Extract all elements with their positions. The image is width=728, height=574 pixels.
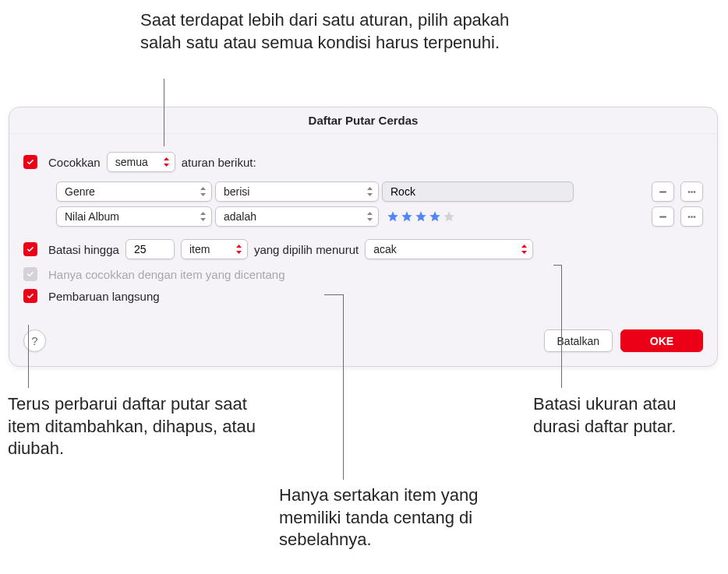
limit-value-text[interactable]: [133, 242, 168, 256]
remove-rule-button[interactable]: [652, 206, 674, 227]
rule-operator-select[interactable]: berisi: [215, 181, 379, 202]
rule-value-input[interactable]: [382, 181, 574, 202]
rule-more-button[interactable]: [680, 206, 703, 227]
ellipsis-icon: [687, 212, 697, 222]
chevron-updown-icon: [235, 245, 242, 254]
live-update-label: Pembaruan langsung: [48, 290, 160, 303]
annotation-mid: Hanya sertakan item yang memiliki tanda …: [279, 484, 528, 551]
limit-unit-value: item: [189, 243, 210, 255]
rule-row: Genre berisi: [56, 181, 703, 202]
limit-unit-select[interactable]: item: [181, 239, 248, 259]
match-suffix: aturan berikut:: [182, 156, 256, 169]
rule-value-text[interactable]: [389, 185, 567, 199]
limit-selected-by-value: acak: [373, 243, 397, 255]
rule-operator-value: berisi: [224, 185, 249, 198]
svg-point-6: [691, 216, 693, 218]
only-checked-label: Hanya cocokkan dengan item yang dicentan…: [48, 268, 285, 281]
callout-line-top: [164, 79, 164, 146]
match-checkbox[interactable]: [23, 155, 37, 169]
rule-field-value: Nilai Album: [65, 210, 119, 223]
callout-line-left: [28, 325, 29, 388]
svg-point-1: [688, 191, 691, 193]
star-icon: [429, 210, 441, 223]
svg-point-2: [691, 191, 693, 193]
cancel-button[interactable]: Batalkan: [544, 329, 613, 352]
rule-row: Nilai Album adalah: [56, 206, 703, 227]
minus-icon: [658, 212, 668, 222]
rule-operator-select[interactable]: adalah: [215, 206, 379, 227]
rule-field-select[interactable]: Genre: [56, 181, 212, 202]
rule-more-button[interactable]: [680, 181, 703, 202]
dialog-footer: ? Batalkan OKE: [23, 329, 703, 352]
limit-selected-by-select[interactable]: acak: [365, 239, 533, 259]
dialog-title: Daftar Putar Cerdas: [9, 107, 717, 134]
star-icon: [401, 210, 413, 223]
ok-button[interactable]: OKE: [620, 329, 703, 352]
svg-point-3: [694, 191, 696, 193]
callout-line-right-v: [561, 265, 562, 388]
chevron-updown-icon: [163, 157, 170, 167]
callout-line-right-h: [553, 265, 561, 266]
svg-point-5: [688, 216, 691, 218]
limit-row: Batasi hingga item yang dipilih menurut …: [23, 239, 703, 259]
limit-selected-by-label: yang dipilih menurut: [254, 243, 359, 256]
svg-rect-0: [659, 191, 666, 192]
live-update-checkbox[interactable]: [23, 289, 37, 303]
callout-line-mid-h: [324, 294, 343, 295]
limit-label: Batasi hingga: [48, 243, 119, 256]
match-mode-value: semua: [115, 156, 148, 168]
annotation-left: Terus perbarui daftar putar saat item di…: [8, 393, 257, 460]
match-label: Cocokkan: [48, 156, 101, 169]
chevron-updown-icon: [521, 245, 528, 254]
chevron-updown-icon: [366, 212, 373, 221]
minus-icon: [658, 187, 668, 197]
chevron-updown-icon: [200, 212, 207, 221]
star-icon: [387, 210, 399, 223]
rule-value-stars[interactable]: [387, 210, 455, 223]
rule-field-value: Genre: [65, 185, 95, 198]
svg-rect-4: [659, 216, 666, 217]
limit-value-input[interactable]: [125, 239, 175, 259]
match-mode-select[interactable]: semua: [107, 152, 175, 172]
star-off-icon: [443, 210, 455, 223]
help-button[interactable]: ?: [23, 329, 46, 352]
live-update-row: Pembaruan langsung: [23, 289, 703, 303]
annotation-top: Saat terdapat lebih dari satu aturan, pi…: [140, 9, 514, 54]
only-checked-row: Hanya cocokkan dengan item yang dicentan…: [23, 267, 703, 281]
rule-field-select[interactable]: Nilai Album: [56, 206, 212, 227]
annotation-right: Batasi ukuran atau durasi daftar putar.: [533, 393, 712, 438]
chevron-updown-icon: [200, 187, 207, 196]
rules-list: Genre berisi: [56, 181, 703, 227]
chevron-updown-icon: [366, 187, 373, 196]
only-checked-checkbox: [23, 267, 37, 281]
dialog-content: Cocokkan semua aturan berikut: Genre ber…: [9, 134, 717, 317]
ellipsis-icon: [687, 187, 697, 197]
smart-playlist-dialog: Daftar Putar Cerdas Cocokkan semua atura…: [9, 107, 718, 367]
limit-checkbox[interactable]: [23, 242, 37, 256]
remove-rule-button[interactable]: [652, 181, 674, 202]
rule-operator-value: adalah: [224, 210, 256, 223]
svg-point-7: [694, 216, 696, 218]
star-icon: [415, 210, 427, 223]
callout-line-mid-v: [343, 294, 344, 480]
match-row: Cocokkan semua aturan berikut:: [23, 152, 703, 172]
